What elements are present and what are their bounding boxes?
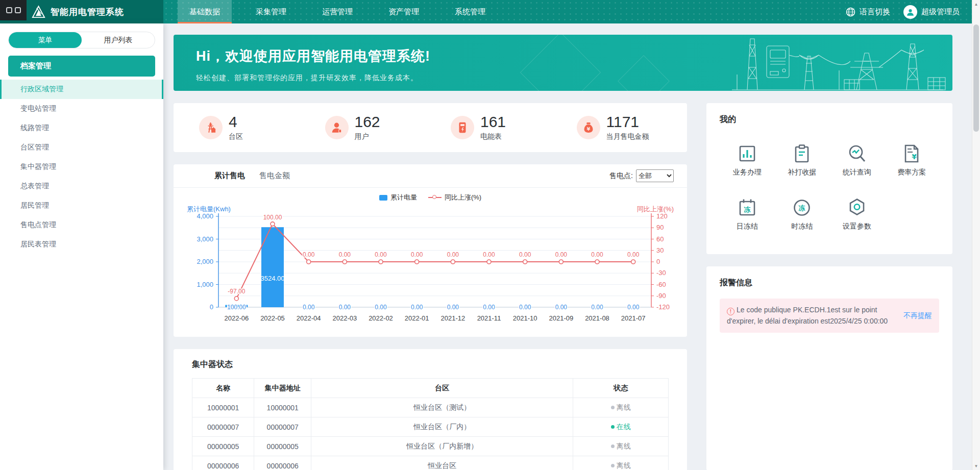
- legend-item-line[interactable]: 同比上涨(%): [428, 193, 481, 202]
- svg-text:2021-11: 2021-11: [477, 314, 501, 322]
- daily-freeze-icon: 冻: [736, 196, 758, 219]
- svg-text:0.00: 0.00: [483, 304, 495, 311]
- shortcut-日冻结[interactable]: 冻 日冻结: [720, 196, 775, 231]
- cell-status: 离线: [573, 398, 669, 417]
- avatar: [903, 5, 917, 19]
- shortcut-补打收据[interactable]: 补打收据: [775, 142, 830, 177]
- sidebar-item-居民管理[interactable]: 居民管理: [0, 196, 163, 215]
- user-name: 超级管理员: [921, 7, 960, 17]
- column-header-名称: 名称: [192, 379, 254, 398]
- shortcut-费率方案[interactable]: ¥ 费率方案: [885, 142, 940, 177]
- chart-tab-售电金额[interactable]: 售电金额: [259, 171, 290, 181]
- svg-text:累计电量(Kwh): 累计电量(Kwh): [187, 205, 231, 213]
- nav-tab-资产管理[interactable]: 资产管理: [377, 0, 431, 23]
- scroll-down-arrow[interactable]: ▼: [972, 462, 980, 470]
- hourly-freeze-icon: 冻: [791, 196, 813, 219]
- sidebar-item-售电点管理[interactable]: 售电点管理: [0, 215, 163, 235]
- svg-text:0.00: 0.00: [555, 251, 568, 258]
- sidebar-group-archive[interactable]: 档案管理: [8, 56, 155, 77]
- shortcut-时冻结[interactable]: 冻 时冻结: [775, 196, 830, 231]
- legend-item-bar[interactable]: 累计电量: [379, 193, 417, 202]
- svg-text:2021-09: 2021-09: [549, 314, 573, 322]
- svg-text:100.00: 100.00: [227, 304, 246, 311]
- stat-value: 161: [480, 114, 506, 130]
- column-header-状态: 状态: [573, 379, 669, 398]
- language-switch-label: 语言切换: [860, 7, 890, 17]
- svg-text:0.00: 0.00: [627, 251, 640, 258]
- cell-name: 00000006: [192, 456, 254, 470]
- sidebar-item-总表管理[interactable]: 总表管理: [0, 177, 163, 196]
- alarm-list: !Le code publique PK.ECDH.1est sur le po…: [720, 299, 939, 333]
- shortcut-label: 统计查询: [843, 168, 871, 177]
- shortcut-设置参数[interactable]: 设置参数: [829, 196, 885, 231]
- sidebar-tab-用户列表[interactable]: 用户列表: [82, 32, 155, 48]
- stat-label: 用户: [355, 132, 380, 141]
- sidebar-item-变电站管理[interactable]: 变电站管理: [0, 99, 163, 118]
- svg-text:0: 0: [656, 258, 660, 265]
- user-avatar-icon: [906, 8, 915, 16]
- table-header-row: 名称集中器地址台区状态: [192, 379, 669, 398]
- dismiss-alarm-link[interactable]: 不再提醒: [903, 311, 932, 320]
- sidebar-menu: 行政区域管理变电站管理线路管理台区管理集中器管理总表管理居民管理售电点管理居民表…: [0, 80, 163, 254]
- svg-text:冻: 冻: [743, 206, 750, 213]
- sidebar-item-集中器管理[interactable]: 集中器管理: [0, 157, 163, 177]
- table-row: 00000005 00000005 恒业台区（厂内新增） 离线: [192, 437, 669, 456]
- nav-tab-基础数据[interactable]: 基础数据: [178, 0, 232, 23]
- svg-text:2021-08: 2021-08: [585, 314, 609, 322]
- shortcut-统计查询[interactable]: 统计查询: [829, 142, 885, 177]
- sidebar: 菜单用户列表 档案管理 行政区域管理变电站管理线路管理台区管理集中器管理总表管理…: [0, 23, 163, 470]
- sale-point-filter: 售电点: 全部: [609, 169, 674, 182]
- user-menu[interactable]: 超级管理员: [903, 5, 960, 19]
- svg-text:-97.00: -97.00: [228, 288, 245, 295]
- language-switch[interactable]: 语言切换: [846, 7, 890, 17]
- cell-name: 00000007: [192, 417, 254, 437]
- column-header-集中器地址: 集中器地址: [254, 379, 311, 398]
- app-header: 智能用电管理系统 基础数据采集管理运营管理资产管理系统管理 语言切换 超级管理员: [0, 0, 972, 23]
- stat-label: 电能表: [480, 132, 506, 141]
- nav-tab-采集管理[interactable]: 采集管理: [244, 0, 298, 23]
- sidebar-tab-菜单[interactable]: 菜单: [9, 32, 82, 48]
- svg-text:冻: 冻: [798, 204, 805, 212]
- app-logo-icon: [32, 5, 45, 19]
- svg-text:2022-05: 2022-05: [260, 314, 285, 322]
- scroll-up-arrow[interactable]: ▲: [972, 0, 980, 8]
- sidebar-tabs: 菜单用户列表: [8, 32, 155, 48]
- alarm-text: !Le code publique PK.ECDH.1est sur le po…: [727, 305, 895, 327]
- cell-station: 恒业台区（厂内）: [311, 417, 573, 437]
- svg-text:2022-01: 2022-01: [405, 314, 429, 322]
- svg-text:0.00: 0.00: [339, 304, 351, 311]
- power-grid-illustration: [728, 35, 947, 91]
- chart-tab-累计售电[interactable]: 累计售电: [214, 171, 245, 181]
- svg-text:30: 30: [656, 246, 664, 254]
- business-handle-icon: [736, 142, 758, 165]
- svg-text:0.00: 0.00: [519, 251, 531, 258]
- scrollbar-thumb[interactable]: [973, 24, 979, 132]
- svg-text:0: 0: [210, 303, 213, 311]
- sidebar-item-台区管理[interactable]: 台区管理: [0, 138, 163, 157]
- cell-name: 10000001: [192, 398, 254, 417]
- stat-台区: 4台区: [179, 114, 305, 141]
- svg-text:3524.00: 3524.00: [261, 275, 285, 282]
- sale-point-label: 售电点:: [609, 171, 633, 181]
- page-scrollbar[interactable]: ▲ ▼: [972, 0, 980, 470]
- nav-tab-系统管理[interactable]: 系统管理: [443, 0, 497, 23]
- sales-chart-card: 累计售电售电金额 售电点: 全部 累计电量同比上涨(%) 4,0003,0002…: [174, 164, 687, 337]
- rate-plan-icon: ¥: [900, 142, 923, 165]
- concentrator-table: 名称集中器地址台区状态10000001 10000001 恒业台区（测试） 离线…: [192, 378, 669, 470]
- svg-text:0.00: 0.00: [375, 304, 387, 311]
- table-row: 00000006 00000006 恒业台区 离线: [192, 456, 669, 470]
- sidebar-item-线路管理[interactable]: 线路管理: [0, 118, 163, 138]
- sidebar-item-居民表管理[interactable]: 居民表管理: [0, 235, 163, 254]
- svg-text:0.00: 0.00: [519, 304, 531, 311]
- shortcut-业务办理[interactable]: 业务办理: [720, 142, 775, 177]
- svg-text:4,000: 4,000: [197, 212, 213, 220]
- tower-icon: [199, 116, 223, 139]
- svg-text:0.00: 0.00: [627, 304, 640, 311]
- table-row: 10000001 10000001 恒业台区（测试） 离线: [192, 398, 669, 417]
- user-icon: [325, 116, 349, 139]
- stat-value: 1171: [606, 114, 649, 130]
- nav-tab-运营管理[interactable]: 运营管理: [310, 0, 364, 23]
- stat-label: 台区: [229, 132, 243, 141]
- sale-point-select[interactable]: 全部: [636, 169, 674, 182]
- sidebar-item-行政区域管理[interactable]: 行政区域管理: [0, 80, 163, 99]
